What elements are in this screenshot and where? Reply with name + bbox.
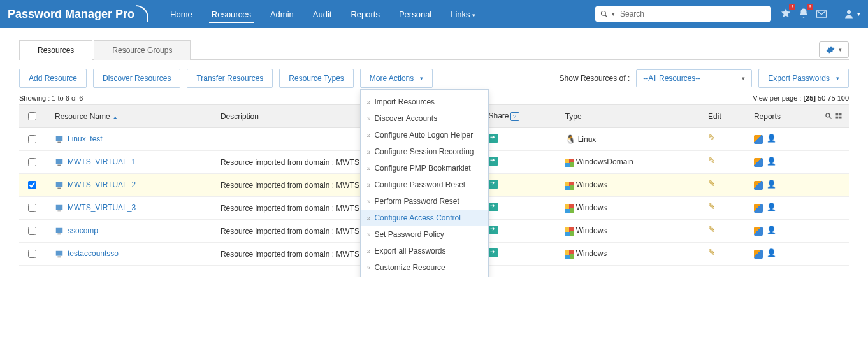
chevron-down-icon: ▾ bbox=[836, 75, 839, 82]
share-icon[interactable] bbox=[488, 248, 498, 257]
resource-link[interactable]: testaccountsso bbox=[68, 249, 119, 258]
menu-perform-password-reset[interactable]: »Perform Password Reset bbox=[361, 193, 488, 210]
menu-discover-accounts[interactable]: »Discover Accounts bbox=[361, 110, 488, 127]
transfer-resources-button[interactable]: Transfer Resources bbox=[187, 69, 273, 88]
row-checkbox[interactable] bbox=[28, 204, 36, 212]
menu-import-resources[interactable]: »Import Resources bbox=[361, 94, 488, 110]
resource-link[interactable]: ssocomp bbox=[68, 226, 98, 235]
menu-configure-session-recording[interactable]: »Configure Session Recording bbox=[361, 143, 488, 160]
report-icon[interactable] bbox=[754, 135, 763, 144]
resource-link[interactable]: MWTS_VIRTUAL_3 bbox=[68, 203, 136, 212]
chevron-right-icon: » bbox=[367, 264, 371, 271]
column-search-icon[interactable] bbox=[825, 112, 832, 120]
resource-link[interactable]: Linux_test bbox=[68, 134, 103, 143]
mail-icon[interactable] bbox=[816, 8, 827, 20]
user-report-icon[interactable] bbox=[767, 135, 776, 144]
show-resources-label: Show Resources of : bbox=[560, 74, 630, 83]
select-all-checkbox[interactable] bbox=[28, 112, 36, 120]
svg-line-4 bbox=[830, 117, 832, 118]
share-icon[interactable] bbox=[488, 180, 498, 189]
resource-icon bbox=[55, 158, 64, 167]
menu-configure-pmp-bookmarklet[interactable]: »Configure PMP Bookmarklet bbox=[361, 160, 488, 176]
discover-resources-button[interactable]: Discover Resources bbox=[93, 69, 180, 88]
edit-icon[interactable] bbox=[708, 226, 718, 234]
menu-configure-auto-logon-helper[interactable]: »Configure Auto Logon Helper bbox=[361, 127, 488, 143]
user-icon bbox=[843, 8, 855, 20]
user-report-icon[interactable] bbox=[767, 250, 776, 259]
export-passwords-button[interactable]: Export Passwords ▾ bbox=[758, 69, 849, 88]
col-type[interactable]: Type bbox=[559, 105, 702, 128]
tab-resource-groups[interactable]: Resource Groups bbox=[94, 40, 191, 60]
col-edit[interactable]: Edit bbox=[702, 105, 748, 128]
edit-icon[interactable] bbox=[708, 203, 718, 211]
chevron-right-icon: » bbox=[367, 248, 371, 255]
resource-link[interactable]: MWTS_VIRTUAL_2 bbox=[68, 180, 136, 189]
report-icon[interactable] bbox=[754, 250, 763, 259]
col-share[interactable]: Share? bbox=[482, 105, 558, 128]
settings-button[interactable]: ▾ bbox=[819, 41, 849, 58]
report-icon[interactable] bbox=[754, 158, 763, 167]
nav-home[interactable]: Home bbox=[161, 2, 201, 27]
report-icon[interactable] bbox=[754, 227, 763, 236]
edit-icon[interactable] bbox=[708, 180, 718, 189]
resource-link[interactable]: MWTS_VIRTUAL_1 bbox=[68, 157, 136, 166]
menu-customize-resource[interactable]: »Customize Resource bbox=[361, 259, 488, 276]
gear-icon bbox=[826, 45, 835, 54]
user-report-icon[interactable] bbox=[767, 158, 776, 167]
share-icon[interactable] bbox=[488, 157, 498, 166]
search-box[interactable]: ▾ bbox=[595, 6, 771, 22]
menu-export-all-passwords[interactable]: »Export all Passwords bbox=[361, 243, 488, 259]
cell-type: Windows bbox=[559, 174, 702, 197]
view-per-page[interactable]: View per page : [25] 50 75 100 bbox=[753, 94, 849, 102]
tab-resources[interactable]: Resources bbox=[19, 40, 92, 60]
resource-types-button[interactable]: Resource Types bbox=[279, 69, 354, 88]
menu-configure-password-reset[interactable]: »Configure Password Reset bbox=[361, 176, 488, 193]
nav-audit[interactable]: Audit bbox=[304, 2, 341, 27]
row-checkbox[interactable] bbox=[28, 135, 36, 143]
cell-type: Windows bbox=[559, 220, 702, 243]
chevron-right-icon: » bbox=[367, 198, 371, 205]
notifications-button[interactable]: ! bbox=[798, 8, 809, 21]
nav-links[interactable]: Links ▾ bbox=[442, 2, 484, 27]
search-scope-caret-icon[interactable]: ▾ bbox=[612, 11, 615, 17]
nav-resources[interactable]: Resources bbox=[203, 2, 260, 27]
row-checkbox[interactable] bbox=[28, 250, 36, 258]
svg-rect-8 bbox=[839, 116, 842, 118]
menu-configure-access-control[interactable]: »Configure Access Control bbox=[361, 210, 488, 226]
menu-copy-resource[interactable]: »Copy Resource bbox=[361, 276, 488, 277]
report-icon[interactable] bbox=[754, 181, 763, 190]
add-resource-button[interactable]: Add Resource bbox=[19, 69, 87, 88]
edit-icon[interactable] bbox=[708, 157, 718, 166]
cell-type: WindowsDomain bbox=[559, 151, 702, 174]
resource-icon bbox=[55, 135, 64, 144]
more-actions-button[interactable]: More Actions ▾ bbox=[360, 69, 433, 88]
edit-icon[interactable] bbox=[708, 248, 718, 257]
cell-type: Windows bbox=[559, 197, 702, 220]
user-menu[interactable]: ▾ bbox=[843, 8, 860, 20]
col-reports[interactable]: Reports bbox=[748, 105, 849, 128]
row-checkbox[interactable] bbox=[28, 158, 36, 166]
nav-personal[interactable]: Personal bbox=[390, 2, 440, 27]
user-report-icon[interactable] bbox=[767, 227, 776, 236]
edit-icon[interactable] bbox=[708, 134, 718, 143]
column-settings-icon[interactable] bbox=[835, 112, 843, 120]
share-icon[interactable] bbox=[488, 203, 498, 211]
report-icon[interactable] bbox=[754, 204, 763, 213]
row-checkbox[interactable] bbox=[28, 227, 36, 235]
share-icon[interactable] bbox=[488, 226, 498, 234]
search-input[interactable] bbox=[619, 9, 766, 19]
nav-admin[interactable]: Admin bbox=[261, 2, 303, 27]
user-report-icon[interactable] bbox=[767, 204, 776, 213]
nav-reports[interactable]: Reports bbox=[342, 2, 389, 27]
row-checkbox[interactable] bbox=[28, 181, 36, 189]
col-resource-name[interactable]: Resource Name▲ bbox=[48, 105, 214, 128]
share-icon[interactable] bbox=[488, 134, 498, 143]
tab-row: ResourcesResource Groups ▾ bbox=[19, 39, 849, 60]
help-icon[interactable]: ? bbox=[510, 112, 519, 121]
menu-set-password-policy[interactable]: »Set Password Policy bbox=[361, 226, 488, 243]
resource-filter-select[interactable]: --All Resources-- ▾ bbox=[636, 69, 752, 87]
favorites-button[interactable]: ! bbox=[780, 8, 792, 21]
resource-icon bbox=[55, 204, 64, 213]
user-report-icon[interactable] bbox=[767, 181, 776, 190]
main-nav: HomeResourcesAdminAuditReportsPersonalLi… bbox=[161, 2, 484, 27]
